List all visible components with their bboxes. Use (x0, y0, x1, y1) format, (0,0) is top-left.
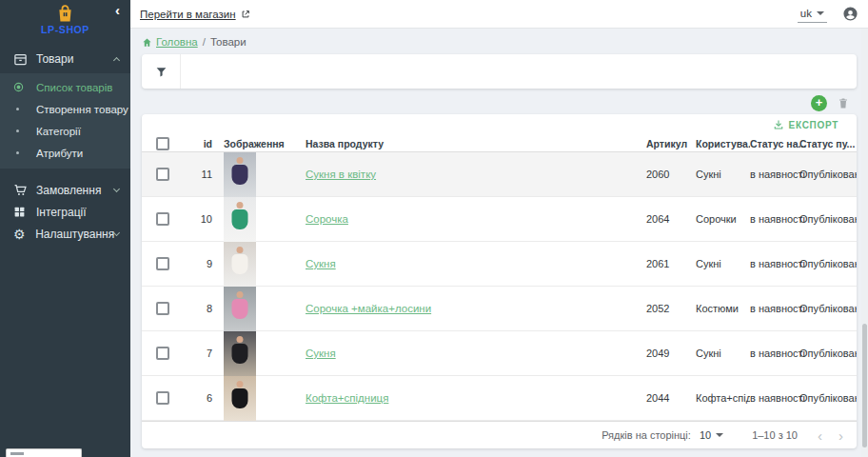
product-sku: 2061 (646, 258, 696, 269)
product-thumbnail (224, 152, 256, 197)
filter-button[interactable] (142, 54, 181, 89)
table-row[interactable]: 10 Сорочка 2064 Сорочки в наявності Опуб… (142, 197, 857, 242)
product-id: 8 (184, 303, 212, 314)
sidebar-item-integrations[interactable]: Інтеграції (0, 201, 130, 223)
sidebar-item-label: Замовлення (36, 184, 114, 197)
bullet-icon (13, 108, 36, 110)
table-row[interactable]: 11 Сукня в квітку 2060 Сукні в наявності… (142, 152, 857, 197)
sidebar-item-label: Інтеграції (36, 206, 119, 219)
scrollbar[interactable] (861, 29, 868, 457)
row-checkbox[interactable] (156, 302, 169, 315)
chevron-down-icon (113, 186, 120, 192)
column-header-category[interactable]: Користува... (696, 138, 750, 149)
gear-icon: ⚙ (13, 228, 35, 241)
product-name-link[interactable]: Кофта+спідниця (306, 392, 388, 404)
sidebar-item-label: Товари (36, 52, 114, 66)
row-checkbox[interactable] (156, 168, 169, 181)
sidebar-item-label: Створення товару (36, 104, 128, 115)
product-thumbnail (224, 331, 256, 376)
column-header-stock-status[interactable]: Статус на... (750, 138, 799, 149)
product-category: Сорочки (696, 213, 750, 225)
product-category: Костюми (696, 303, 750, 314)
product-sku: 2049 (646, 348, 696, 359)
product-name-link[interactable]: Сорочка (306, 213, 348, 225)
table-row[interactable]: 9 Сукня 2061 Сукні в наявності Опубліков… (142, 242, 857, 287)
table-header: id Зображення Назва продукту Артикул Кор… (142, 135, 857, 152)
add-product-button[interactable]: + (811, 95, 827, 111)
product-id: 11 (184, 169, 212, 180)
table-row[interactable]: 7 Сукня 2049 Сукні в наявності Опубліков… (142, 331, 857, 376)
sidebar-collapse-button[interactable]: ‹ (115, 2, 120, 19)
sidebar-item-orders[interactable]: Замовлення (0, 179, 130, 201)
publish-status: Опубліковано (799, 169, 857, 180)
sidebar-item-create-product[interactable]: Створення товару (0, 98, 130, 120)
download-icon (773, 119, 784, 130)
shopping-bag-logo-icon (55, 4, 75, 24)
row-checkbox[interactable] (156, 391, 169, 405)
next-page-button[interactable]: › (837, 428, 845, 443)
cart-icon (13, 183, 36, 197)
chevron-up-icon (113, 57, 120, 64)
product-sku: 2052 (646, 303, 696, 314)
external-link-icon (241, 10, 250, 19)
product-thumbnail (224, 376, 256, 421)
sidebar-item-label: Категорії (36, 126, 81, 137)
product-id: 9 (184, 258, 212, 269)
bullet-icon (13, 151, 36, 154)
column-header-name[interactable]: Назва продукту (306, 138, 646, 149)
product-sku: 2064 (646, 213, 696, 225)
stock-status: в наявності (750, 392, 799, 404)
caret-down-icon (716, 433, 723, 437)
caret-down-icon (817, 11, 824, 15)
product-thumbnail (224, 197, 256, 242)
column-header-sku[interactable]: Артикул (646, 138, 696, 149)
breadcrumb-home[interactable]: Головна (142, 36, 198, 48)
stock-status: в наявності (750, 348, 799, 359)
publish-status: Опубліковано (799, 348, 857, 359)
prev-page-button[interactable]: ‹ (816, 428, 824, 443)
rows-per-page-select[interactable]: 10 (700, 429, 723, 441)
column-header-publish-status[interactable]: Статус пу... (799, 138, 857, 149)
table-footer: Рядків на сторінці: 10 1–10 з 10 ‹ › (142, 421, 857, 448)
sidebar-item-attributes[interactable]: Атрибути (0, 142, 130, 164)
table-row[interactable]: 8 Сорочка +майка+лосини 2052 Костюми в н… (142, 287, 857, 331)
column-header-image: Зображення (224, 135, 277, 151)
filter-toolbar (142, 54, 857, 89)
sidebar-item-products[interactable]: Товари (0, 48, 130, 70)
scrollbar-thumb[interactable] (862, 324, 867, 447)
product-category: Сукні (696, 169, 750, 180)
sidebar-item-settings[interactable]: ⚙ Налаштування (0, 223, 130, 245)
row-checkbox[interactable] (156, 212, 169, 226)
products-table: ЕКСПОРТ id Зображення Назва продукту Арт… (142, 114, 857, 448)
row-checkbox[interactable] (156, 347, 169, 360)
table-row[interactable]: 6 Кофта+спідниця 2044 Кофта+спідниц в на… (142, 376, 857, 421)
product-name-link[interactable]: Сукня в квітку (306, 169, 376, 180)
publish-status: Опубліковано (799, 258, 857, 269)
box-icon (13, 52, 36, 67)
product-name-link[interactable]: Сукня (306, 258, 336, 269)
sidebar-item-categories[interactable]: Категорії (0, 120, 130, 142)
column-header-id[interactable]: id (184, 138, 212, 149)
product-name-link[interactable]: Сукня (306, 348, 336, 359)
delete-button[interactable] (838, 96, 849, 109)
logo-block[interactable]: ‹ LP-SHOP (0, 0, 130, 44)
product-sku: 2044 (646, 392, 696, 404)
breadcrumb-current: Товари (210, 36, 247, 48)
sidebar-item-product-list[interactable]: Список товарів (0, 76, 130, 98)
export-button[interactable]: ЕКСПОРТ (773, 119, 838, 130)
select-all-checkbox[interactable] (156, 137, 169, 150)
sidebar-item-label: Список товарів (36, 82, 112, 93)
product-thumbnail (224, 287, 256, 331)
account-button[interactable] (842, 6, 858, 22)
product-category: Кофта+спідниц (696, 392, 750, 404)
main-content: Головна / Товари + ЕКСПОРТ id (130, 29, 868, 457)
locale-select[interactable]: uk (798, 6, 827, 23)
product-name-link[interactable]: Сорочка +майка+лосини (306, 303, 431, 314)
export-label: ЕКСПОРТ (789, 120, 838, 130)
app-name: LP-SHOP (0, 24, 130, 35)
row-checkbox[interactable] (156, 257, 169, 270)
go-to-store-link[interactable]: Перейти в магазин (140, 9, 250, 20)
topbar: Перейти в магазин uk (130, 0, 868, 29)
rows-per-page-label: Рядків на сторінці: (602, 429, 691, 441)
product-thumbnail (224, 242, 256, 287)
